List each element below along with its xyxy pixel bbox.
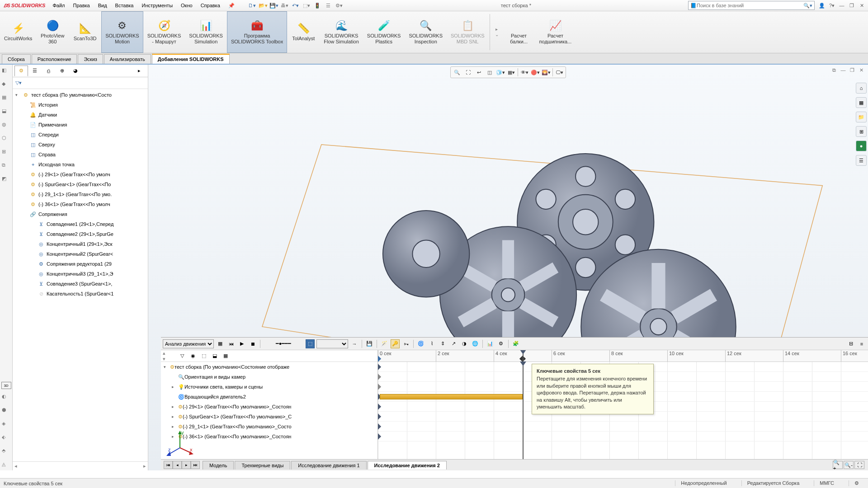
playhead[interactable] xyxy=(523,350,524,361)
fm-tab-expand-icon[interactable]: ▸ xyxy=(132,66,146,76)
playback-select[interactable] xyxy=(316,339,348,348)
save-anim-icon[interactable]: 💾 xyxy=(365,339,374,348)
fm-item-15[interactable]: ◎Концентричный2 (SpurGear< xyxy=(13,249,148,259)
tp-props-icon[interactable]: ☰ xyxy=(856,155,867,166)
lt-icon-6[interactable]: ⬡ xyxy=(2,135,11,144)
ribbon-btn-0[interactable]: ⚡CircuitWorks xyxy=(0,11,36,53)
bottom-tab-3[interactable]: Исследование движения 2 xyxy=(368,461,447,469)
tab-first-icon[interactable]: ⏮ xyxy=(164,461,173,469)
status-units[interactable]: ММГС xyxy=(814,480,840,486)
fm-item-19[interactable]: ⊘Касательность1 (SpurGear<1 xyxy=(13,289,148,299)
filter-driving-icon[interactable]: ◉ xyxy=(188,352,198,361)
ribbon-btn-12[interactable]: Расчетбалки... xyxy=(503,11,535,53)
menu-help[interactable]: Справка xyxy=(197,1,224,10)
keyframe[interactable] xyxy=(378,384,381,390)
motion-item-4[interactable]: ▸⚙(-) 29<1> (GearTrax<<По умолчанию>_Сос… xyxy=(161,402,377,412)
motion-item-3[interactable]: 🌀Вращающийся двигатель2 xyxy=(161,392,377,402)
stop-icon[interactable]: ⏹ xyxy=(248,339,257,348)
tab-prev-icon[interactable]: ◂ xyxy=(173,461,182,469)
fm-root[interactable]: ▾⚙тест сборка (По умолчанию<Состо xyxy=(13,90,148,100)
fm-item-14[interactable]: ◎Концентричный1 (29<1>,Эск xyxy=(13,239,148,249)
menu-edit[interactable]: Правка xyxy=(70,1,94,10)
fm-hscroll[interactable]: ◂▸ xyxy=(13,461,148,470)
scene-icon[interactable]: 🌄▾ xyxy=(542,68,551,77)
ribbon-btn-8[interactable]: 🌊SOLIDWORKSFlow Simulation xyxy=(320,11,363,53)
fm-tab-config[interactable]: ⎙ xyxy=(42,66,55,76)
tab-2[interactable]: Эскиз xyxy=(78,54,103,64)
menu-tools[interactable]: Инструменты xyxy=(138,1,176,10)
ribbon-btn-10[interactable]: 🔍SOLIDWORKSInspection xyxy=(405,11,447,53)
fm-item-12[interactable]: ⊻Совпадение1 (29<1>,Сперед xyxy=(13,219,148,229)
tab-last-icon[interactable]: ⏭ xyxy=(191,461,200,469)
user-icon[interactable]: 👤 xyxy=(817,1,826,9)
lt-icon-3[interactable]: ▦ xyxy=(2,94,11,103)
display-style-icon[interactable]: ▦▾ xyxy=(507,68,516,77)
tp-home-icon[interactable]: ⌂ xyxy=(856,83,867,94)
undo-icon[interactable]: ↶▾ xyxy=(291,1,301,10)
print-icon[interactable]: 🖶▾ xyxy=(280,1,290,10)
fm-item-9[interactable]: ⚙(-) 29_1<1> (GearTrax<<По умо. xyxy=(13,189,148,199)
ribbon-btn-4[interactable]: 🧭SOLIDWORKS- Маршрут xyxy=(143,11,185,53)
open-icon[interactable]: 📂▾ xyxy=(258,1,268,10)
spring-icon[interactable]: ⌇ xyxy=(427,339,436,348)
play-start-icon[interactable]: ⏮ xyxy=(226,339,236,348)
ribbon-btn-2[interactable]: 📐ScanTo3D xyxy=(69,11,101,53)
doc-close-icon[interactable]: ✕ xyxy=(857,66,865,74)
study-type-select[interactable]: Анализ движения xyxy=(163,339,214,348)
filter-results-icon[interactable]: ⬓ xyxy=(210,352,220,361)
motion-item-2[interactable]: ▸💡Источники света, камеры и сцены xyxy=(161,382,377,392)
appearance-icon[interactable]: 🔴▾ xyxy=(531,68,540,77)
orientation-triad[interactable]: yxz xyxy=(166,430,193,457)
motion-item-1[interactable]: 🔍Ориентация и виды камер xyxy=(161,372,377,382)
fm-item-2[interactable]: 📄Примечания xyxy=(13,120,148,130)
menu-window[interactable]: Окно xyxy=(177,1,196,10)
keyframe[interactable] xyxy=(378,404,381,410)
fm-tab-prop[interactable]: ☰ xyxy=(28,66,42,76)
keyframe[interactable] xyxy=(378,413,381,420)
ribbon-btn-1[interactable]: 🔵PhotoView360 xyxy=(36,11,69,53)
gravity-icon[interactable]: 🌐 xyxy=(471,339,480,348)
fm-tab-tree[interactable]: ⚙ xyxy=(14,66,28,76)
doc-popup-icon[interactable]: ⧉ xyxy=(830,66,838,74)
tab-4[interactable]: Добавления SOLIDWORKS xyxy=(152,54,230,64)
sim-setup-icon[interactable]: 🧩 xyxy=(511,339,520,348)
ribbon-btn-7[interactable]: 📏TolAnalyst xyxy=(287,11,320,53)
tab-next-icon[interactable]: ▸ xyxy=(182,461,191,469)
fm-item-4[interactable]: ◫Сверху xyxy=(13,140,148,150)
tl-row-7[interactable] xyxy=(378,432,868,441)
fm-item-17[interactable]: ◎Концентричный3 (29_1<1>,Э xyxy=(13,269,148,279)
fm-item-5[interactable]: ◫Справа xyxy=(13,150,148,160)
playhead[interactable] xyxy=(523,362,524,459)
lt-icon-4[interactable]: ⬓ xyxy=(2,108,11,117)
view-settings-icon[interactable]: 🖵▾ xyxy=(555,68,564,77)
props-icon[interactable]: ⚙ xyxy=(496,339,505,348)
tab-3[interactable]: Анализировать xyxy=(104,54,151,64)
motion-item-5[interactable]: ▸⚙(-) SpurGear<1> (GearTrax<<По умолчани… xyxy=(161,412,377,422)
motor-bar[interactable] xyxy=(380,394,523,399)
calc-icon[interactable]: ▦ xyxy=(216,339,225,348)
menu-view[interactable]: Вид xyxy=(94,1,111,10)
lt-icon-5[interactable]: ◍ xyxy=(2,122,11,131)
doc-min-icon[interactable]: ― xyxy=(839,66,847,74)
zoom-area-icon[interactable]: ⛶ xyxy=(463,68,472,77)
keyframe[interactable] xyxy=(378,423,381,430)
play-icon[interactable]: ▶ xyxy=(237,339,246,348)
autokey-icon[interactable]: 🔑 xyxy=(391,339,400,348)
tp-explorer-icon[interactable]: 📁 xyxy=(856,112,867,122)
ribbon-btn-6[interactable]: 🧰ПрограммаSOLIDWORKS Toolbox xyxy=(227,11,287,53)
ribbon-overflow[interactable]: ▸⌄ xyxy=(491,11,503,53)
lt-icon-1[interactable]: ◧ xyxy=(2,67,11,76)
fm-tree[interactable]: ▾⚙тест сборка (По умолчанию<Состо📜Истори… xyxy=(13,89,148,461)
ribbon-btn-5[interactable]: 📊SOLIDWORKSSimulation xyxy=(185,11,227,53)
motor-icon[interactable]: 🌀 xyxy=(416,339,425,348)
tl-row-6[interactable] xyxy=(378,422,868,432)
tab-1[interactable]: Расположение xyxy=(32,54,77,64)
next-icon[interactable]: → xyxy=(350,339,359,348)
fm-item-1[interactable]: 🔔Датчики xyxy=(13,110,148,120)
zoom-fit-tl-icon[interactable]: ⛶ xyxy=(854,461,864,469)
anim-wiz-icon[interactable]: 🪄 xyxy=(380,339,389,348)
lt-icon-b3[interactable]: ◈ xyxy=(2,421,11,430)
bottom-tab-1[interactable]: Трехмерные виды xyxy=(235,461,290,469)
keyframe[interactable] xyxy=(378,433,381,440)
fm-tab-display[interactable]: ◕ xyxy=(69,66,82,76)
